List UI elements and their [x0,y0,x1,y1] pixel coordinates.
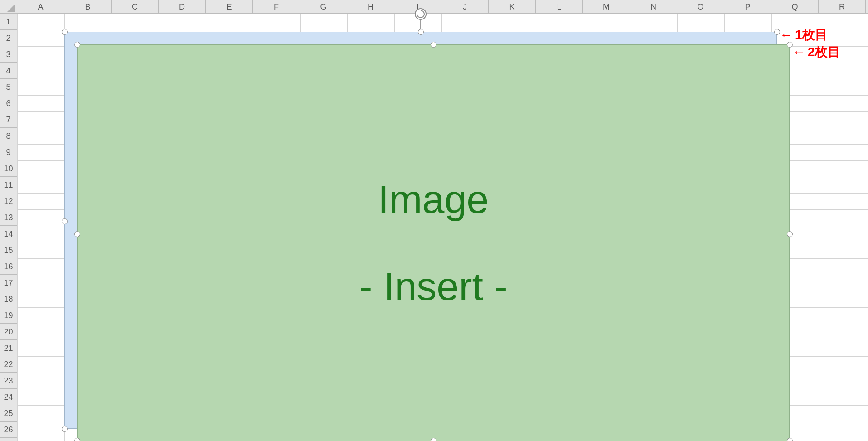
row-header[interactable]: 24 [0,389,17,405]
inserted-image-2[interactable]: Image - Insert - [77,44,790,441]
row-header[interactable]: 3 [0,46,17,63]
row-header[interactable]: 20 [0,324,17,340]
col-header[interactable]: L [536,0,583,13]
resize-handle[interactable] [62,426,68,432]
col-header[interactable]: H [347,0,394,13]
arrow-left-icon: ← [792,44,806,60]
image-label-line-2: - Insert - [359,263,508,310]
col-header[interactable]: D [159,0,206,13]
annotation-label: 1枚目 [795,26,828,44]
resize-handle[interactable] [431,42,436,48]
row-header[interactable]: 16 [0,258,17,275]
col-header[interactable]: R [819,0,866,13]
row-header[interactable]: 10 [0,160,17,177]
row-header[interactable]: 22 [0,356,17,373]
annotation-first: ← 1枚目 [780,26,828,44]
annotation-label: 2枚目 [808,44,840,61]
resize-handle[interactable] [74,438,80,441]
row-header[interactable]: 8 [0,128,17,144]
resize-handle[interactable] [74,42,80,48]
annotation-second: ← 2枚目 [792,44,840,61]
resize-handle[interactable] [787,231,793,237]
col-header[interactable]: K [489,0,536,13]
row-header[interactable]: 19 [0,307,17,324]
col-header[interactable]: B [64,0,112,13]
row-header[interactable]: 11 [0,177,17,193]
col-header[interactable]: M [583,0,630,13]
resize-handle[interactable] [74,231,80,237]
row-header[interactable]: 15 [0,242,17,258]
resize-handle[interactable] [62,218,68,224]
row-header[interactable]: 21 [0,340,17,356]
col-header[interactable]: A [17,0,64,13]
image-label-line-1: Image [378,176,489,223]
row-header[interactable]: 9 [0,144,17,160]
row-header[interactable]: 25 [0,405,17,422]
col-header[interactable]: F [253,0,300,13]
row-header[interactable]: 4 [0,63,17,79]
arrow-left-icon: ← [780,27,793,43]
col-header[interactable]: P [724,0,771,13]
rotate-handle[interactable] [415,8,427,20]
col-header[interactable]: C [112,0,159,13]
row-header[interactable]: 1 [0,14,17,30]
row-header[interactable]: 14 [0,226,17,242]
row-header[interactable]: 13 [0,209,17,226]
column-headers: A B C D E F G H I J K L M N O P Q R [17,0,868,14]
col-header[interactable]: N [630,0,677,13]
resize-handle[interactable] [431,438,436,441]
row-header[interactable]: 7 [0,111,17,128]
resize-handle[interactable] [62,29,68,35]
col-header[interactable]: Q [771,0,819,13]
row-header[interactable]: 12 [0,193,17,209]
col-header[interactable]: O [677,0,724,13]
col-header[interactable]: G [300,0,347,13]
row-headers: 1 2 3 4 5 6 7 8 9 10 11 12 13 14 15 16 1… [0,14,17,441]
col-header[interactable]: E [206,0,253,13]
resize-handle[interactable] [787,438,793,441]
row-header[interactable]: 23 [0,373,17,389]
select-all-corner[interactable] [0,0,17,14]
row-header[interactable]: 2 [0,30,17,46]
resize-handle[interactable] [418,29,424,35]
row-header[interactable]: 18 [0,291,17,307]
row-header[interactable]: 17 [0,275,17,291]
row-header[interactable]: 26 [0,422,17,438]
row-header[interactable]: 5 [0,79,17,95]
row-header[interactable]: 6 [0,95,17,111]
col-header[interactable]: J [441,0,489,13]
